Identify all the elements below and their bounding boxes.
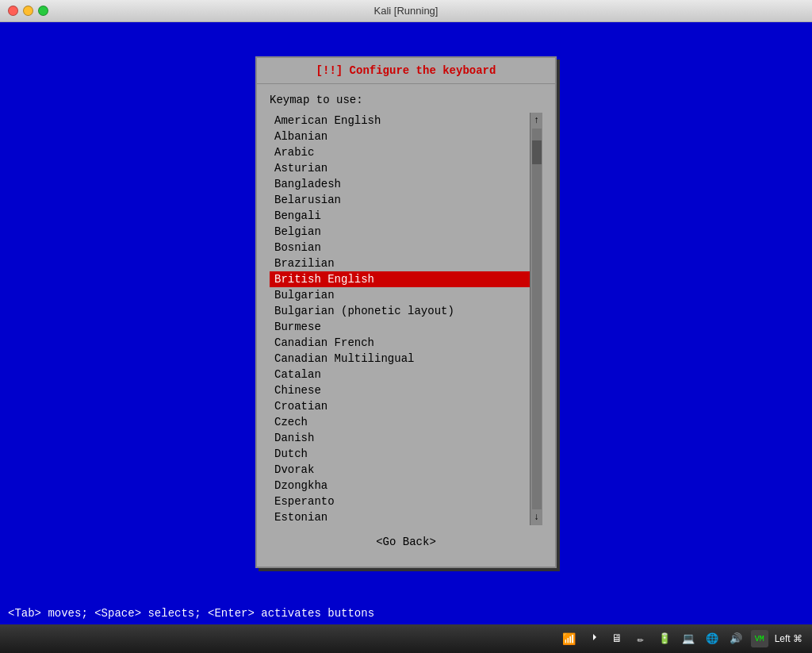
list-item[interactable]: Asturian [270,160,530,176]
status-text: <Tab> moves; <Space> selects; <Enter> ac… [8,607,374,620]
display-icon: 🖥 [608,630,626,647]
minimize-button[interactable] [23,6,33,16]
list-item[interactable]: Bosnian [270,240,530,255]
list-item[interactable]: Dzongkha [270,478,530,494]
list-item[interactable]: Chinese [270,382,530,398]
dialog-title: [!!] Configure the keyboard [257,58,555,84]
list-item[interactable]: Estonian [270,509,530,525]
keymap-list[interactable]: American EnglishAlbanianArabicAsturianBa… [270,113,530,525]
list-item[interactable]: Danish [270,430,530,446]
dialog-body: Keymap to use: American EnglishAlbanianA… [257,84,555,567]
mac-bottom-bar: 📶 🖥 ✏️ 🔋 💻 🌐 🔊 VM Left ⌘ [0,624,812,653]
main-content: [!!] Configure the keyboard Keymap to us… [0,22,812,602]
edit-icon: ✏️ [632,630,649,647]
go-back-button[interactable]: <Go Back> [376,536,436,548]
keymap-list-container: American EnglishAlbanianArabicAsturianBa… [270,113,542,525]
list-item[interactable]: Bangladesh [270,176,530,192]
scroll-track [532,129,542,509]
status-bar: <Tab> moves; <Space> selects; <Enter> ac… [0,602,812,624]
list-item[interactable]: Bulgarian [270,287,530,303]
list-item[interactable]: Arabic [270,144,530,160]
window-title: Kali [Running] [374,5,439,17]
list-item[interactable]: Croatian [270,398,530,414]
wifi-icon: 📶 [561,630,578,647]
list-item[interactable]: Bulgarian (phonetic layout) [270,303,530,319]
list-item[interactable]: Canadian French [270,335,530,351]
close-button[interactable] [8,6,18,16]
keymap-label: Keymap to use: [270,94,542,106]
keyboard-indicator: Left ⌘ [775,633,802,644]
maximize-button[interactable] [38,6,48,16]
scroll-up-arrow[interactable]: ↑ [534,114,539,127]
keyboard-dialog: [!!] Configure the keyboard Keymap to us… [255,56,557,568]
scroll-down-arrow[interactable]: ↓ [534,511,539,524]
bluetooth-icon [584,630,602,647]
list-item[interactable]: American English [270,113,530,129]
title-bar: Kali [Running] [0,0,812,22]
list-item[interactable]: Esperanto [270,494,530,509]
list-item[interactable]: Catalan [270,367,530,382]
scroll-thumb [532,140,542,164]
keyboard-label: Left ⌘ [775,633,802,644]
network-icon: 🌐 [703,630,721,647]
list-item[interactable]: Czech [270,414,530,430]
list-item[interactable]: Bengali [270,208,530,224]
window-controls [8,6,48,16]
go-back-area: <Go Back> [270,525,542,557]
battery-icon: 🔋 [656,630,673,647]
list-item[interactable]: Dvorak [270,462,530,478]
list-item[interactable]: Canadian Multilingual [270,351,530,367]
sound-icon: 🔊 [727,630,745,647]
list-item[interactable]: Brazilian [270,255,530,271]
list-item[interactable]: Dutch [270,446,530,462]
monitor-icon: 💻 [680,630,697,647]
vm-icon: VM [751,630,768,647]
list-item[interactable]: Burmese [270,319,530,335]
list-item[interactable]: Belarusian [270,192,530,208]
list-item[interactable]: Albanian [270,129,530,144]
list-item[interactable]: Belgian [270,224,530,240]
scrollbar[interactable]: ↑ ↓ [530,113,542,525]
list-item[interactable]: British English [270,271,530,287]
